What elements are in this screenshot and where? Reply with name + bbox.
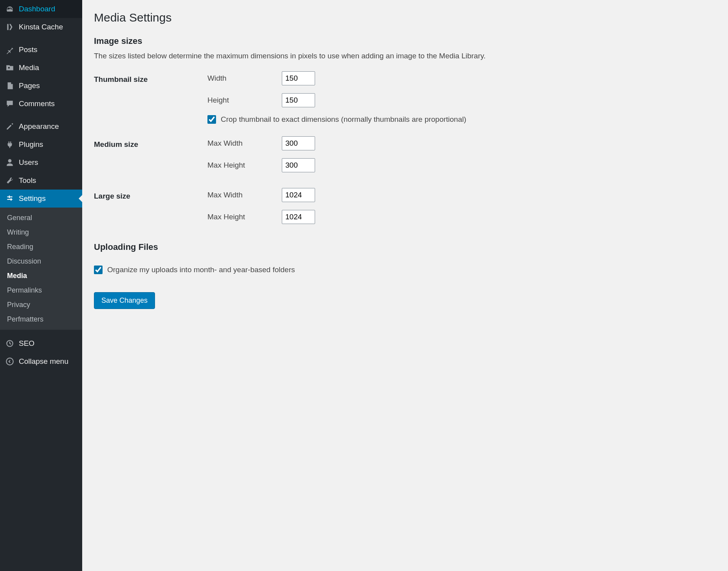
medium-height-input[interactable] [282,158,315,172]
large-width-label: Max Width [207,191,282,199]
sidebar-item-label: Pages [19,81,40,90]
thumbnail-height-label: Height [207,96,282,105]
comments-icon [5,99,14,108]
large-width-input[interactable] [282,188,315,202]
sidebar-item-label: Users [19,158,38,167]
admin-sidebar: Dashboard Kinsta Cache Posts Media Pages… [0,0,82,571]
dashboard-icon [5,5,14,13]
thumbnail-crop-checkbox[interactable] [207,115,216,124]
seo-icon [5,339,14,348]
sidebar-item-collapse[interactable]: Collapse menu [0,352,82,370]
submenu-media[interactable]: Media [0,269,82,283]
save-changes-button[interactable]: Save Changes [94,292,155,309]
sidebar-item-tools[interactable]: Tools [0,172,82,190]
thumbnail-height-input[interactable] [282,93,315,107]
sidebar-item-users[interactable]: Users [0,154,82,172]
sidebar-item-media[interactable]: Media [0,59,82,77]
collapse-icon [5,357,14,366]
sidebar-item-label: Appearance [19,122,59,131]
tools-icon [5,176,14,185]
appearance-icon [5,122,14,131]
svg-point-1 [6,358,13,365]
uploading-heading: Uploading Files [94,242,716,252]
sidebar-item-seo[interactable]: SEO [0,334,82,352]
submenu-privacy[interactable]: Privacy [0,298,82,312]
large-height-input[interactable] [282,210,315,224]
organize-uploads-checkbox[interactable] [94,266,103,274]
pin-icon [5,45,14,54]
sidebar-item-comments[interactable]: Comments [0,95,82,113]
medium-label: Medium size [94,136,207,149]
medium-width-label: Max Width [207,139,282,148]
sidebar-item-label: Collapse menu [19,357,68,366]
thumbnail-crop-label: Crop thumbnail to exact dimensions (norm… [221,115,466,124]
large-label: Large size [94,188,207,201]
sidebar-item-label: SEO [19,339,34,348]
sidebar-item-label: Dashboard [19,5,55,13]
settings-icon [5,194,14,203]
thumbnail-width-input[interactable] [282,71,315,85]
large-height-label: Max Height [207,213,282,221]
sidebar-item-dashboard[interactable]: Dashboard [0,0,82,18]
users-icon [5,158,14,167]
sidebar-item-pages[interactable]: Pages [0,77,82,95]
sidebar-item-label: Tools [19,176,36,185]
submenu-discussion[interactable]: Discussion [0,254,82,269]
settings-submenu: General Writing Reading Discussion Media… [0,208,82,330]
sidebar-item-settings[interactable]: Settings [0,190,82,208]
plugins-icon [5,140,14,149]
sidebar-item-label: Kinsta Cache [19,23,63,31]
submenu-perfmatters[interactable]: Perfmatters [0,312,82,327]
main-content: Media Settings Image sizes The sizes lis… [82,0,728,571]
sidebar-item-label: Posts [19,45,38,54]
submenu-permalinks[interactable]: Permalinks [0,283,82,298]
page-title: Media Settings [94,11,716,24]
thumbnail-label: Thumbnail size [94,71,207,84]
sidebar-item-kinsta[interactable]: Kinsta Cache [0,18,82,36]
medium-width-input[interactable] [282,136,315,150]
image-sizes-description: The sizes listed below determine the max… [94,52,716,60]
submenu-general[interactable]: General [0,211,82,225]
image-sizes-heading: Image sizes [94,36,716,46]
sidebar-item-appearance[interactable]: Appearance [0,117,82,136]
sidebar-item-label: Media [19,63,39,72]
media-icon [5,63,14,72]
sidebar-item-plugins[interactable]: Plugins [0,136,82,154]
pages-icon [5,81,14,90]
kinsta-icon [5,23,14,31]
medium-height-label: Max Height [207,161,282,170]
sidebar-item-label: Comments [19,99,55,108]
thumbnail-width-label: Width [207,74,282,83]
sidebar-item-label: Plugins [19,140,43,149]
submenu-reading[interactable]: Reading [0,240,82,254]
submenu-writing[interactable]: Writing [0,225,82,240]
sidebar-item-posts[interactable]: Posts [0,41,82,59]
sidebar-item-label: Settings [19,194,46,203]
organize-uploads-label: Organize my uploads into month- and year… [107,266,295,274]
